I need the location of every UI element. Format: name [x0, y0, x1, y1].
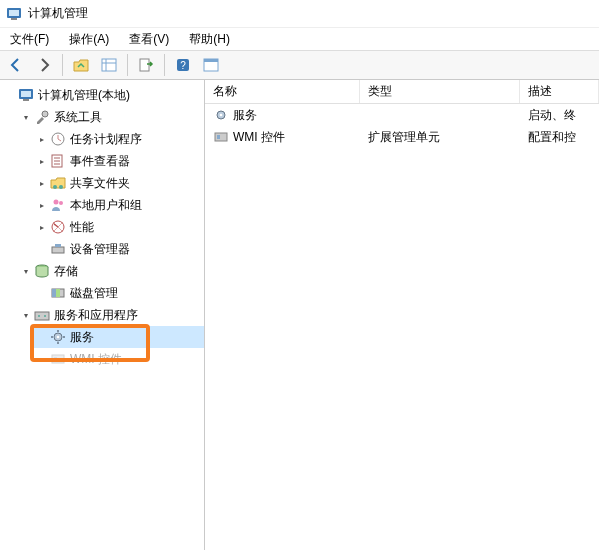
list-row[interactable]: WMI 控件 扩展管理单元 配置和控 [205, 126, 599, 148]
tools-icon [34, 109, 50, 125]
tree-node-storage[interactable]: ▾ 存储 [16, 260, 204, 282]
tree-label: 服务 [70, 329, 94, 346]
show-hide-pane-button[interactable] [199, 53, 223, 77]
menu-view[interactable]: 查看(V) [123, 29, 175, 50]
tree-node-event-viewer[interactable]: ▸ 事件查看器 [32, 150, 204, 172]
svg-rect-40 [52, 355, 64, 363]
performance-icon [50, 219, 66, 235]
svg-rect-10 [204, 59, 218, 62]
view-details-button[interactable] [97, 53, 121, 77]
column-header-name[interactable]: 名称 [205, 80, 360, 103]
svg-rect-29 [52, 289, 56, 297]
tree-node-task-scheduler[interactable]: ▸ 任务计划程序 [32, 128, 204, 150]
cell-desc: 配置和控 [528, 129, 576, 146]
up-folder-button[interactable] [69, 53, 93, 77]
event-log-icon [50, 153, 66, 169]
tree-root-computer-management[interactable]: ▶ 计算机管理(本地) [0, 84, 204, 106]
svg-rect-6 [140, 59, 149, 71]
svg-rect-1 [9, 10, 19, 16]
column-label: 类型 [368, 83, 392, 100]
column-label: 名称 [213, 83, 237, 100]
cell-name: WMI 控件 [233, 129, 285, 146]
tree-label: 系统工具 [54, 109, 102, 126]
titlebar: 计算机管理 [0, 0, 599, 28]
list-row[interactable]: 服务 启动、终 [205, 104, 599, 126]
tree-label: 计算机管理(本地) [38, 87, 130, 104]
expander-expand-icon[interactable]: ▸ [36, 199, 48, 211]
svg-point-22 [54, 200, 59, 205]
device-manager-icon [50, 241, 66, 257]
svg-rect-45 [217, 135, 220, 139]
gear-icon [50, 329, 66, 345]
menu-file[interactable]: 文件(F) [4, 29, 55, 50]
clock-icon [50, 131, 66, 147]
svg-point-21 [59, 185, 63, 189]
tree-label: 性能 [70, 219, 94, 236]
menu-action[interactable]: 操作(A) [63, 29, 115, 50]
help-button[interactable]: ? [171, 53, 195, 77]
svg-rect-25 [52, 247, 64, 253]
storage-icon [34, 263, 50, 279]
tree-label: 设备管理器 [70, 241, 130, 258]
svg-rect-41 [54, 357, 57, 361]
tree-label: 任务计划程序 [70, 131, 142, 148]
svg-rect-30 [56, 289, 60, 297]
tree-node-disk-management[interactable]: ▸ 磁盘管理 [32, 282, 204, 304]
menu-help[interactable]: 帮助(H) [183, 29, 236, 50]
column-header-type[interactable]: 类型 [360, 80, 520, 103]
window-title: 计算机管理 [28, 5, 88, 22]
svg-point-14 [42, 111, 48, 117]
tree-node-device-manager[interactable]: ▸ 设备管理器 [32, 238, 204, 260]
tree-label: 共享文件夹 [70, 175, 130, 192]
svg-point-35 [57, 336, 60, 339]
users-icon [50, 197, 66, 213]
wmi-icon [213, 129, 229, 145]
toolbar: ? [0, 50, 599, 80]
tree-node-performance[interactable]: ▸ 性能 [32, 216, 204, 238]
svg-rect-2 [11, 18, 17, 20]
computer-icon [18, 87, 34, 103]
expander-collapse-icon[interactable]: ▾ [20, 111, 32, 123]
back-button[interactable] [4, 53, 28, 77]
export-button[interactable] [134, 53, 158, 77]
expander-expand-icon[interactable]: ▸ [36, 155, 48, 167]
tree-label: 本地用户和组 [70, 197, 142, 214]
svg-rect-12 [21, 91, 31, 97]
services-apps-icon [34, 307, 50, 323]
expander-expand-icon[interactable]: ▸ [36, 221, 48, 233]
tree-label: 存储 [54, 263, 78, 280]
tree-node-shared-folders[interactable]: ▸ 共享文件夹 [32, 172, 204, 194]
tree-label: 磁盘管理 [70, 285, 118, 302]
expander-collapse-icon[interactable]: ▾ [20, 309, 32, 321]
cell-desc: 启动、终 [528, 107, 576, 124]
list-panel: 名称 类型 描述 服务 启动、终 WMI 控件 扩展管理单元 配置和控 [205, 80, 599, 550]
svg-rect-13 [23, 99, 29, 101]
tree-label: 服务和应用程序 [54, 307, 138, 324]
forward-button[interactable] [32, 53, 56, 77]
toolbar-separator [62, 54, 63, 76]
tree-node-services[interactable]: ▸ 服务 [32, 326, 204, 348]
svg-point-23 [59, 201, 63, 205]
wmi-icon [50, 351, 66, 367]
toolbar-separator [127, 54, 128, 76]
menubar: 文件(F) 操作(A) 查看(V) 帮助(H) [0, 28, 599, 50]
disk-icon [50, 285, 66, 301]
shared-folder-icon [50, 175, 66, 191]
tree-node-local-users[interactable]: ▸ 本地用户和组 [32, 194, 204, 216]
expander-expand-icon[interactable]: ▸ [36, 133, 48, 145]
svg-rect-31 [35, 312, 49, 320]
list-body: 服务 启动、终 WMI 控件 扩展管理单元 配置和控 [205, 104, 599, 550]
tree-panel: ▶ 计算机管理(本地) ▾ 系统工具 [0, 80, 205, 550]
tree-node-system-tools[interactable]: ▾ 系统工具 [16, 106, 204, 128]
expander-collapse-icon[interactable]: ▾ [20, 265, 32, 277]
tree-label: 事件查看器 [70, 153, 130, 170]
svg-rect-44 [215, 133, 227, 141]
list-header: 名称 类型 描述 [205, 80, 599, 104]
column-header-desc[interactable]: 描述 [520, 80, 599, 103]
svg-rect-3 [102, 59, 116, 71]
main-area: ▶ 计算机管理(本地) ▾ 系统工具 [0, 80, 599, 550]
column-label: 描述 [528, 83, 552, 100]
tree-node-services-apps[interactable]: ▾ 服务和应用程序 [16, 304, 204, 326]
expander-expand-icon[interactable]: ▸ [36, 177, 48, 189]
tree-node-wmi-control[interactable]: ▸ WMI 控件 [32, 348, 204, 370]
